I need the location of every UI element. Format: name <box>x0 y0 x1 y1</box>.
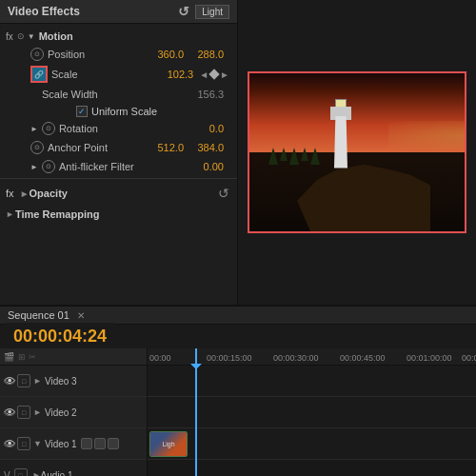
scale-next-arrow[interactable]: ► <box>220 69 229 80</box>
scale-label: Scale <box>51 69 159 80</box>
scale-width-label: Scale Width <box>42 89 189 100</box>
timecode-bar: 00:00:04:24 <box>0 325 476 348</box>
video1-ctrl-1[interactable] <box>81 438 92 449</box>
timeline-panel: Sequence 01 ✕ 00:00:04:24 🎬 ⊞ ✂ 👁 □ ► Vi… <box>0 305 476 476</box>
ruler-mark-30: 00:00:30:00 <box>273 353 319 363</box>
track-label-video3: 👁 □ ► Video 3 <box>0 366 147 397</box>
tree-4 <box>301 148 308 161</box>
scale-keyframe-diamond[interactable] <box>208 69 219 79</box>
rotation-stopwatch-icon[interactable]: ⊙ <box>42 122 55 135</box>
opacity-arrow: ► <box>14 188 30 199</box>
uniform-scale-row: ✓ Uniform Scale <box>0 104 237 119</box>
rotation-expand-arrow[interactable]: ► <box>30 125 38 133</box>
time-remapping-title: Time Remapping <box>15 208 99 220</box>
preview-image <box>248 71 466 233</box>
video3-eye-icon[interactable]: 👁 <box>4 377 15 385</box>
video1-label: Video 1 <box>45 439 77 449</box>
video2-eye-icon[interactable]: 👁 <box>4 408 15 416</box>
timeline-tools: ⊞ ✂ <box>18 352 36 362</box>
opacity-reset-icon[interactable]: ↺ <box>216 184 231 203</box>
scale-prev-arrow[interactable]: ◄ <box>199 69 208 80</box>
audio1-track <box>148 460 476 476</box>
tree-1 <box>268 148 278 165</box>
rotation-value[interactable]: 0.0 <box>189 123 224 134</box>
track-label-video2: 👁 □ ► Video 2 <box>0 397 147 428</box>
light-button[interactable]: Light <box>195 5 229 19</box>
trees-layer <box>268 148 320 165</box>
scale-width-row: Scale Width 156.3 <box>0 85 237 104</box>
position-x-value[interactable]: 360.0 <box>149 49 184 60</box>
audio1-expand-arrow[interactable]: ► <box>32 470 41 476</box>
anchor-point-x-value[interactable]: 512.0 <box>149 142 184 153</box>
anchor-point-row: ⊙ Anchor Point 512.0 384.0 <box>0 138 237 157</box>
timecode-display: 00:00:04:24 <box>6 323 114 349</box>
video2-lock-icon[interactable]: □ <box>17 406 30 419</box>
lighthouse-body <box>334 116 347 169</box>
scale-nav: ◄ ► <box>199 69 229 80</box>
motion-section-header[interactable]: fx ⊙ ▼ Motion <box>0 28 237 45</box>
position-stopwatch-icon[interactable]: ⊙ <box>30 48 44 61</box>
video1-ctrl-2[interactable] <box>94 438 106 449</box>
video1-eye-icon[interactable]: 👁 <box>4 440 15 447</box>
opacity-title: Opacity <box>30 188 68 199</box>
anchor-point-label: Anchor Point <box>48 142 149 153</box>
position-row: ⊙ Position 360.0 288.0 <box>0 45 237 64</box>
anti-flicker-value[interactable]: 0.00 <box>189 161 224 172</box>
anchor-point-stopwatch-icon[interactable]: ⊙ <box>30 141 44 154</box>
preview-area <box>238 0 476 305</box>
ruler-mark-45: 00:00:45:00 <box>340 353 386 363</box>
uniform-scale-label: Uniform Scale <box>91 106 157 117</box>
position-y-value[interactable]: 288.0 <box>189 49 224 60</box>
track-label-audio1: V □ ► Audio 1 <box>0 460 147 476</box>
opacity-section[interactable]: fx ► Opacity ↺ <box>0 181 237 206</box>
video3-lock-icon[interactable]: □ <box>17 374 30 387</box>
track-content: 00:00 00:00:15:00 00:00:30:00 00:00:45:0… <box>148 348 476 476</box>
effects-body: fx ⊙ ▼ Motion ⊙ Position 360.0 288.0 🔗 S… <box>0 24 237 227</box>
audio1-v-label: V <box>4 470 10 477</box>
horizon-glow <box>388 121 465 149</box>
motion-fx-label: fx <box>6 31 13 42</box>
tree-5 <box>310 148 320 165</box>
audio1-lock-icon[interactable]: □ <box>14 468 28 476</box>
time-remapping-section[interactable]: ► Time Remapping <box>0 206 237 223</box>
separator-1 <box>0 178 237 179</box>
video2-expand-arrow[interactable]: ► <box>33 407 42 417</box>
scale-row: 🔗 Scale 102.3 ◄ ► <box>0 64 237 85</box>
reset-icon[interactable]: ↺ <box>178 4 189 19</box>
video1-lock-icon[interactable]: □ <box>17 437 30 450</box>
video1-expand-arrow[interactable]: ▼ <box>33 439 42 448</box>
scale-width-value: 156.3 <box>189 89 224 100</box>
top-panel: Video Effects ↺ Light fx ⊙ ▼ Motion ⊙ Po… <box>0 0 476 305</box>
scale-icon[interactable]: 🔗 <box>30 66 48 83</box>
effects-panel: Video Effects ↺ Light fx ⊙ ▼ Motion ⊙ Po… <box>0 0 238 305</box>
lighthouse-scene <box>249 73 465 231</box>
timeline-close-icon[interactable]: ✕ <box>77 310 85 321</box>
anti-flicker-row: ► ⊙ Anti-flicker Filter 0.00 <box>0 157 237 176</box>
video1-clip[interactable]: Ligh <box>149 431 188 457</box>
rotation-label: Rotation <box>59 123 189 134</box>
ruler-mark-0: 00:00 <box>149 353 171 363</box>
video2-label: Video 2 <box>45 407 77 418</box>
timeline-body: 🎬 ⊞ ✂ 👁 □ ► Video 3 👁 □ ► Video 2 👁 □ <box>0 348 476 476</box>
lighthouse <box>330 107 351 169</box>
anti-flicker-expand-arrow[interactable]: ► <box>30 163 38 171</box>
ruler-mark-60: 00:01:00:00 <box>407 353 452 363</box>
anti-flicker-label: Anti-flicker Filter <box>59 161 189 172</box>
motion-arrow: ▼ <box>28 32 35 41</box>
playhead-audio <box>195 348 197 476</box>
ruler-mark-end: 00:0 <box>462 353 476 363</box>
effects-header: Video Effects ↺ Light <box>0 0 237 24</box>
motion-stopwatch: ⊙ <box>17 31 25 41</box>
anti-flicker-stopwatch-icon[interactable]: ⊙ <box>42 160 55 173</box>
timeline-icon: 🎬 <box>4 352 14 362</box>
anchor-point-y-value[interactable]: 384.0 <box>189 142 224 153</box>
video1-controls <box>81 438 119 449</box>
ruler-label-spacer: 🎬 ⊞ ✂ <box>0 348 147 366</box>
video1-ctrl-3[interactable] <box>108 438 119 449</box>
scale-value[interactable]: 102.3 <box>159 69 193 80</box>
opacity-fx-label: fx <box>6 188 14 199</box>
uniform-scale-checkbox[interactable]: ✓ <box>76 106 88 117</box>
track-labels: 🎬 ⊞ ✂ 👁 □ ► Video 3 👁 □ ► Video 2 👁 □ <box>0 348 148 476</box>
rotation-row: ► ⊙ Rotation 0.0 <box>0 119 237 138</box>
video3-expand-arrow[interactable]: ► <box>33 376 42 386</box>
